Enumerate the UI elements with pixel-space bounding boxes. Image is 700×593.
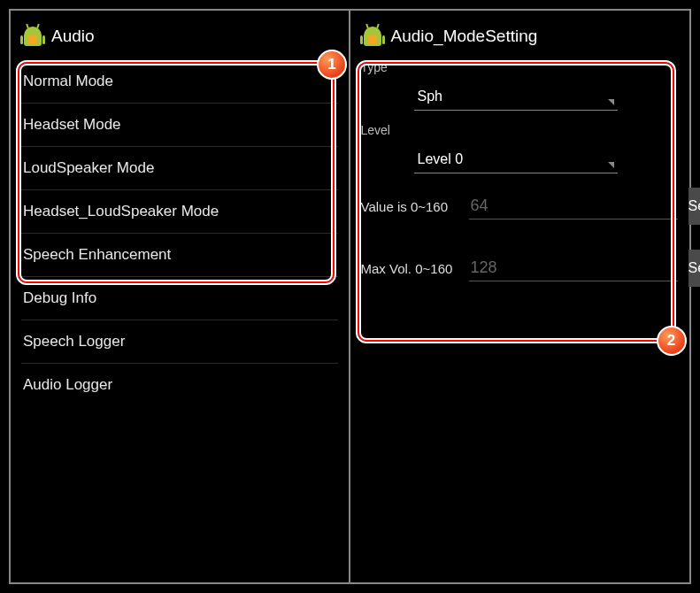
android-icon [361, 23, 384, 50]
maxvol-input[interactable] [469, 255, 678, 281]
item-speech-enhancement[interactable]: Speech Enhancement [21, 234, 338, 277]
item-headset-loudspeaker-mode[interactable]: Headset_LoudSpeaker Mode [21, 190, 338, 234]
left-title: Audio [51, 27, 95, 46]
right-title: Audio_ModeSetting [391, 27, 538, 46]
right-header: Audio_ModeSetting [361, 19, 680, 53]
maxvol-label: Max Vol. 0~160 [361, 261, 458, 276]
value-input[interactable] [469, 193, 678, 219]
value-set-button[interactable]: Set [688, 188, 701, 225]
mode-setting-form: Type Sph Level Level 0 Value is 0~160 Se… [361, 60, 680, 287]
android-icon [21, 23, 44, 50]
left-pane: Audio Normal Mode Headset Mode LoudSpeak… [11, 11, 349, 582]
value-row: Value is 0~160 Set [361, 188, 680, 225]
type-label: Type [361, 60, 680, 74]
dropdown-triangle-icon [608, 99, 614, 105]
item-audio-logger[interactable]: Audio Logger [21, 364, 338, 406]
outer-frame: Audio Normal Mode Headset Mode LoudSpeak… [9, 9, 691, 584]
maxvol-set-button[interactable]: Set [688, 250, 701, 287]
maxvol-row: Max Vol. 0~160 Set [361, 250, 680, 287]
level-label: Level [361, 123, 680, 137]
item-speech-logger[interactable]: Speech Logger [21, 320, 338, 364]
level-spinner-value: Level 0 [418, 151, 464, 167]
level-spinner[interactable]: Level 0 [414, 146, 618, 173]
badge-2: 2 [657, 326, 687, 356]
right-pane: Audio_ModeSetting Type Sph Level Level 0… [350, 11, 690, 582]
type-spinner-value: Sph [418, 89, 442, 104]
item-loudspeaker-mode[interactable]: LoudSpeaker Mode [21, 147, 338, 190]
item-normal-mode[interactable]: Normal Mode [21, 60, 338, 104]
value-label: Value is 0~160 [361, 199, 458, 214]
left-header: Audio [21, 19, 338, 53]
dropdown-triangle-icon [608, 162, 614, 168]
audio-list: Normal Mode Headset Mode LoudSpeaker Mod… [21, 60, 338, 406]
item-debug-info[interactable]: Debug Info [21, 277, 338, 320]
type-spinner[interactable]: Sph [414, 83, 618, 111]
item-headset-mode[interactable]: Headset Mode [21, 104, 338, 147]
